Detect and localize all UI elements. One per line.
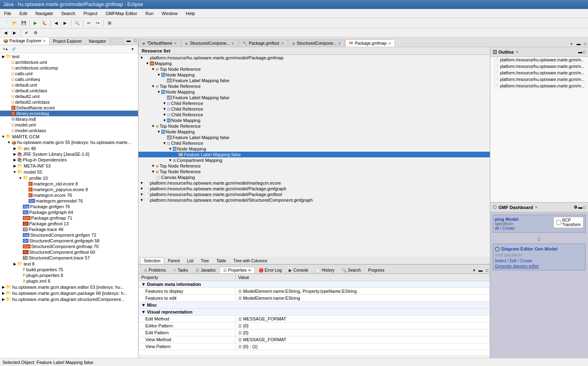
menu-navigate[interactable]: Navigate [33,10,55,17]
resource-tree-item[interactable]: abFeature Label Mapping false [138,78,490,83]
explorer-collapse[interactable]: ≡▲ [2,45,10,53]
tree-item[interactable]: Uarchitecture.uml [0,59,138,65]
tree-item[interactable]: Udefault2.umlclass [0,99,138,105]
toolbar2-btn2[interactable]: ▶ [11,29,19,37]
gmf-mapping-actions[interactable]: dit / Create [495,226,518,231]
tree-item[interactable]: ▶📁test [0,53,138,59]
outline-item[interactable]: 📄platform:/resource/hu.optxware.marte.gc… [490,83,588,89]
prop-row-features-display[interactable]: Features to display ☰ ModelElement.name:… [139,288,490,295]
tree-item[interactable]: Emartegcm_papyrus.ecore 8 [0,187,138,192]
toolbar2-btn1[interactable]: ◀ [2,29,10,37]
menu-edit[interactable]: Edit [17,10,30,17]
tree-item[interactable]: EDefaultName.ecore [0,105,138,111]
gmf-max[interactable]: □ [583,205,586,209]
tree-item[interactable]: Udefault2.uml [0,94,138,99]
resource-tree-item[interactable]: ▼NNode Mapping [138,118,490,123]
editor-tab-gmftool[interactable]: 🔧 Package.gmftool ✕ [239,39,288,47]
tree-item[interactable]: TrPackage.trace 46 [0,227,138,232]
toolbar-back[interactable]: ◀ [52,19,60,27]
bottom-tab-console[interactable]: ▶ Console [285,267,312,273]
tree-item[interactable]: GgStructuredComponent.gmfgen 72 [0,232,138,238]
editor-tab-gmfmap[interactable]: 🗺 Package.gmfmap ✕ [345,39,395,47]
bottom-panel-menu[interactable]: ▾ [472,267,477,273]
tab-close-struct2[interactable]: ✕ [338,41,341,46]
tree-item[interactable]: Umodel.umlclass [0,128,138,133]
toolbar2-validate[interactable]: ✔ [22,29,31,37]
tree-item[interactable]: ▶📚JRE System Library [JavaSE-1.6] [0,151,138,157]
view-tab-selection[interactable]: Selection [140,257,164,264]
menu-search[interactable]: Search [59,10,78,17]
tree-item[interactable]: ▼📁model 55 [0,169,138,175]
tree-item[interactable]: TrStructuredComponent.trace 57 [0,255,138,261]
menu-gmfmap-editor[interactable]: GMFMap Editor [103,10,140,17]
resource-tree-item[interactable]: ▼⊡Child Reference [138,112,490,118]
resource-tree-item[interactable]: abFeature Label Mapping false [138,135,490,140]
tree-item[interactable]: ▶📁META-INF 53 [0,163,138,169]
tree-item[interactable]: Pplugin.properties 8 [0,272,138,278]
tree-item[interactable]: Emartegcm_old.ecore 8 [0,181,138,187]
bottom-panel-max[interactable]: □ [484,267,490,273]
toolbar-forward[interactable]: ▶ [61,19,69,27]
editor-tab-defaultname[interactable]: ◈ *DefaultName ✕ [138,39,181,47]
resource-tree-item[interactable]: ▼📄platform:/resource/hu.optxware.marte.g… [138,180,490,186]
tab-close-gmftool[interactable]: ✕ [281,41,284,46]
tree-item[interactable]: ▶📚Plug-in Dependencies [0,157,138,163]
toolbar-perspective[interactable]: ⊞ [105,19,114,27]
editor-max[interactable]: □ [582,41,588,47]
resource-tree-item[interactable]: ▼⊕Top Node Reference [138,169,490,174]
tab-close-properties[interactable]: ✕ [248,268,251,272]
tree-item[interactable]: ▼📁MARTE GCM [0,133,138,139]
tab-navigator[interactable]: Navigator [86,37,110,45]
menu-help[interactable]: Help [183,10,197,17]
resource-tree-item[interactable]: ▼NNode Mapping [138,89,490,95]
tree-item[interactable]: Udefault.uml [0,82,138,88]
toolbar-open[interactable]: 📂 [11,19,19,27]
bottom-tab-javadoc[interactable]: @ Javadoc [192,267,219,273]
view-tab-list[interactable]: List [184,257,197,264]
tree-item[interactable]: Mlibrary.mdl [0,116,138,122]
resource-tree-item[interactable]: ▼⊡Child Reference [138,140,490,146]
resource-tree-item[interactable]: ▼📄platform:/resource/hu.optxware.marte.g… [138,186,490,192]
tree-item[interactable]: Elibrary.ecorediag [0,111,138,116]
menu-project[interactable]: Project [81,10,100,17]
resource-tree-item[interactable]: ▼📄platform:/resource/hu.optxware.marte.g… [138,197,490,203]
prop-row-editor-pattern[interactable]: Editor Pattern ☰ {0} [139,322,490,329]
resource-set-tree[interactable]: ▼📄platform:/resource/hu.optxware.marte.g… [138,55,490,257]
resource-tree-item[interactable]: ▼⊡Child Reference [138,106,490,112]
outline-item[interactable]: 📄platform:/resource/hu.optxware.marte.gc… [490,70,588,76]
explorer-menu[interactable]: ▾ [128,45,136,53]
tree-item[interactable]: ▶📁hu.optxware.marte.gcm.diagram.package … [0,290,138,296]
tree-item[interactable]: ▶📁hu.optxware.marte.gcm.diagram.structur… [0,296,138,302]
editor-tab-structured1[interactable]: ◈ StructuredCompone... ✕ [181,39,238,47]
bottom-tab-errorlog[interactable]: 🔴 Error Log [255,267,285,273]
explorer-maximize[interactable]: □ [132,37,138,45]
toolbar-debug[interactable]: 🐛 [40,19,48,27]
explorer-minimize[interactable]: ▬ [125,37,132,45]
prop-row-edit-pattern[interactable]: Edit Pattern ☰ {0} [139,329,490,336]
editor-tab-overflow[interactable]: » [568,41,575,47]
tab-close-explorer[interactable]: ✕ [43,39,46,43]
toolbar-save[interactable]: 💾 [20,19,28,27]
outline-item[interactable]: 📄platform:/resource/hu.optxware.marte.gc… [490,76,588,83]
resource-tree-item[interactable]: ▼NNode Mapping [138,72,490,78]
resource-tree-item[interactable]: ▼⊡Child Reference [138,100,490,106]
tree-item[interactable]: ▶📁hu.optxware.marte.gcm.diagram.editor 5… [0,284,138,290]
gmf-generate-link[interactable]: Generate diagram editor [495,264,584,268]
tree-item[interactable]: GrStructuredComponent.gmfgraph 58 [0,238,138,244]
explorer-link[interactable]: 🔗 [10,45,18,53]
prop-row-features-edit[interactable]: Features to edit ☰ ModelElement.name:ESt… [139,295,490,302]
tab-package-explorer[interactable]: 📦 Package Explorer ✕ [0,37,50,45]
tab-close-defaultname[interactable]: ✕ [174,41,177,46]
tree-item[interactable]: GtStructuredComponent.gmftool 60 [0,249,138,255]
tree-item[interactable]: Udefault.umlclass [0,88,138,94]
tree-item[interactable]: ▼📁profile 10 [0,175,138,181]
tree-item[interactable]: ▼📦hu.optxware.marte.gcm 55 [indexys: hu.… [0,139,138,145]
resource-tree-item[interactable]: ▼⊞Compartment Mapping [138,157,490,163]
toolbar-search-global[interactable]: 🔍 [73,19,81,27]
outline-item[interactable]: 📄platform:/resource/hu.optxware.marte.gc… [490,57,588,63]
resource-tree-item[interactable]: ▼NNode Mapping [138,146,490,152]
tree-item[interactable]: Uarchitecture.umlcomp [0,65,138,71]
tree-item[interactable]: Ucalls.uml [0,71,138,76]
gmf-settings-icon[interactable]: ⚙ [574,205,577,209]
view-tab-tree-columns[interactable]: Tree with Columns [230,257,271,264]
